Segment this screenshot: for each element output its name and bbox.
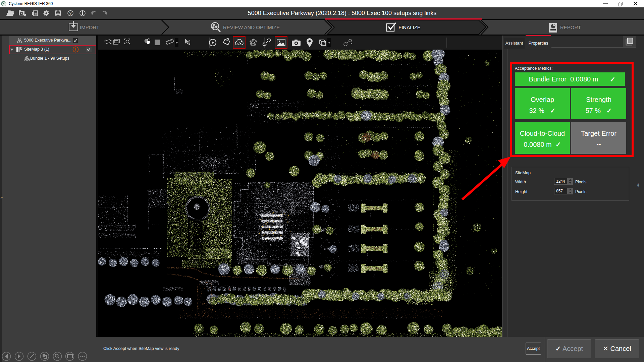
svg-text:REPORT: REPORT [560,24,581,30]
svg-text:IMPORT: IMPORT [80,24,99,30]
svg-text:REVIEW AND OPTIMIZE: REVIEW AND OPTIMIZE [223,24,280,30]
svg-text:FINALIZE: FINALIZE [398,24,421,30]
